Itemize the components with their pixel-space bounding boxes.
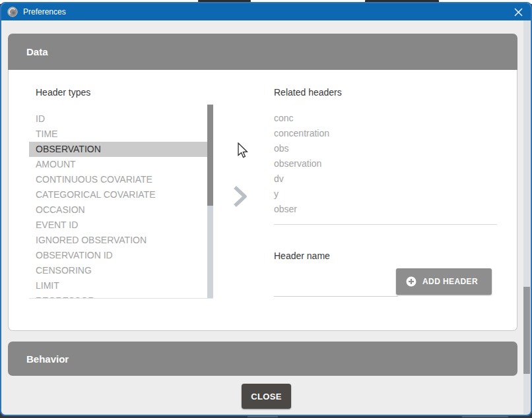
header-types-label: Header types (36, 87, 90, 98)
list-item[interactable]: y (274, 187, 497, 202)
related-headers-list[interactable]: concconcentrationobsobservationdvyobser (274, 111, 497, 217)
close-icon[interactable] (510, 3, 527, 20)
window-title: Preferences (23, 7, 66, 16)
list-item[interactable]: REGRESSOR (29, 293, 207, 299)
header-name-label: Header name (274, 251, 330, 261)
add-header-button-label: ADD HEADER (422, 277, 478, 286)
related-headers-divider (274, 224, 497, 225)
list-item[interactable]: EVENT ID (29, 218, 207, 233)
list-item[interactable]: CATEGORICAL COVARIATE (29, 187, 207, 202)
list-item[interactable]: obser (274, 202, 497, 217)
list-item[interactable]: observation (274, 156, 497, 171)
list-item[interactable]: OBSERVATION (29, 142, 207, 157)
preferences-dialog: Preferences Data Header types IDTIMEOBSE… (0, 2, 532, 416)
list-item[interactable]: dv (274, 171, 497, 187)
list-item[interactable]: concentration (274, 126, 497, 141)
background-text-fragment (248, 416, 278, 417)
list-item[interactable]: OBSERVATION ID (29, 248, 207, 263)
list-scrollbar-thumb[interactable] (207, 105, 213, 206)
related-headers-label: Related headers (274, 87, 342, 98)
list-item[interactable]: TIME (29, 127, 207, 142)
close-button[interactable]: CLOSE (242, 384, 291, 409)
list-item[interactable]: LIMIT (29, 278, 207, 293)
title-bar[interactable]: Preferences (1, 3, 531, 20)
transfer-right-icon[interactable] (232, 185, 248, 208)
background-text-fragment (462, 416, 508, 417)
app-icon (7, 7, 18, 17)
dialog-scrollbar-thumb[interactable] (523, 287, 530, 374)
add-header-button[interactable]: ADD HEADER (396, 268, 492, 295)
dialog-scrollbar[interactable] (523, 20, 530, 414)
header-name-input[interactable] (274, 271, 398, 297)
header-types-list[interactable]: IDTIMEOBSERVATIONAMOUNTCONTINUOUS COVARI… (29, 104, 213, 299)
list-item[interactable]: ID (29, 111, 207, 127)
list-scrollbar[interactable] (207, 104, 213, 298)
section-header-behavior[interactable]: Behavior (8, 342, 517, 376)
data-section-body: Header types IDTIMEOBSERVATIONAMOUNTCONT… (8, 70, 517, 331)
section-title: Behavior (26, 353, 69, 365)
list-item[interactable]: CONTINUOUS COVARIATE (29, 172, 207, 187)
screen: Preferences Data Header types IDTIMEOBSE… (0, 0, 532, 418)
list-item[interactable]: IGNORED OBSERVATION (29, 233, 207, 248)
section-title: Data (26, 46, 48, 57)
section-header-data[interactable]: Data (8, 34, 517, 70)
list-item[interactable]: conc (274, 111, 497, 126)
mouse-cursor-icon (238, 142, 249, 158)
plus-icon (406, 276, 416, 287)
list-item[interactable]: CENSORING (29, 263, 207, 278)
list-item[interactable]: OCCASION (29, 202, 207, 218)
list-item[interactable]: AMOUNT (29, 157, 207, 172)
list-item[interactable]: obs (274, 141, 497, 156)
